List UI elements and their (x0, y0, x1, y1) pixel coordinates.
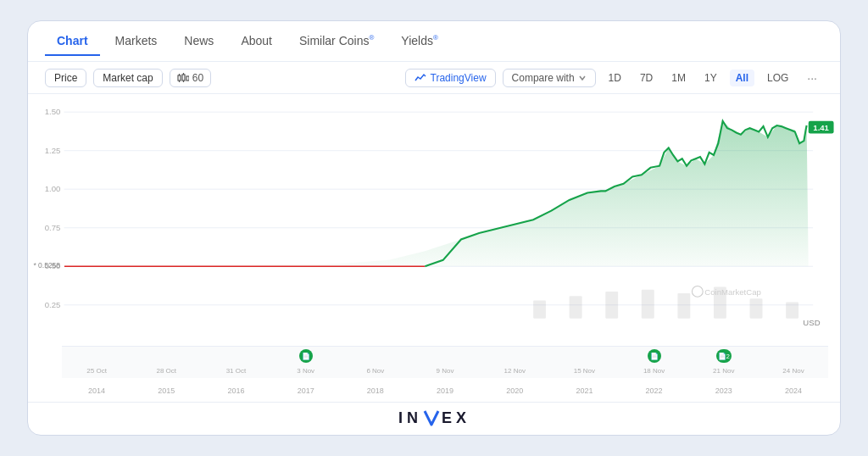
candle-count: 60 (192, 72, 203, 84)
x-label-2017: 2017 (271, 386, 341, 395)
x-label-2014: 2014 (62, 386, 131, 395)
candle-button[interactable]: 60 (170, 69, 211, 87)
svg-point-32 (692, 286, 703, 298)
market-cap-button[interactable]: Market cap (93, 69, 162, 87)
time-btn-7d[interactable]: 7D (634, 70, 659, 86)
x-label-2023: 2023 (689, 386, 759, 395)
svg-rect-3 (182, 75, 185, 81)
chart-area: 1.50 1.25 1.00 0.75 0.50 0.25 * 0.5258 (28, 94, 840, 402)
svg-text:* 0.5258: * 0.5258 (33, 261, 60, 270)
tabs-bar: Chart Markets News About Similar Coins® … (28, 21, 840, 62)
logo-text-n: N (407, 409, 421, 427)
svg-text:CoinMarketCap: CoinMarketCap (704, 287, 761, 297)
price-chart: 1.50 1.25 1.00 0.75 0.50 0.25 * 0.5258 (28, 94, 840, 354)
chart-line-icon (415, 72, 426, 84)
trading-view-button[interactable]: TradingView (405, 69, 496, 87)
svg-rect-0 (178, 75, 181, 81)
main-card: Chart Markets News About Similar Coins® … (27, 20, 841, 436)
chevron-down-icon (578, 74, 587, 82)
x-label-2021: 2021 (549, 386, 619, 395)
x-axis-years: 2014 2015 2016 2017 2018 2019 2020 2021 … (62, 380, 828, 402)
more-button[interactable]: ··· (801, 69, 823, 87)
x-label-2024: 2024 (759, 386, 828, 395)
logo-text-i: I (398, 409, 406, 427)
time-btn-1y[interactable]: 1Y (698, 70, 723, 86)
logo-text-v (422, 408, 441, 428)
svg-rect-23 (605, 292, 618, 319)
svg-rect-24 (642, 290, 654, 319)
svg-rect-28 (786, 303, 798, 319)
x-label-2019: 2019 (410, 386, 480, 395)
svg-rect-25 (677, 293, 690, 319)
x-label-2015: 2015 (131, 386, 201, 395)
x-label-2018: 2018 (341, 386, 410, 395)
tab-yields[interactable]: Yields® (389, 27, 450, 56)
svg-marker-29 (64, 121, 809, 266)
svg-text:1.50: 1.50 (45, 107, 61, 116)
svg-text:1.25: 1.25 (45, 146, 61, 155)
invex-logo: I N E X (398, 408, 470, 428)
svg-text:0.25: 0.25 (45, 300, 61, 309)
footer: I N E X (28, 402, 840, 435)
compare-dropdown[interactable]: Compare with (503, 69, 596, 87)
time-btn-1d[interactable]: 1D (603, 70, 627, 86)
svg-text:1.00: 1.00 (45, 184, 61, 193)
svg-rect-6 (186, 76, 189, 81)
time-btn-1m[interactable]: 1M (665, 70, 692, 86)
trading-view-label: TradingView (431, 72, 487, 84)
compare-label: Compare with (512, 72, 575, 84)
svg-text:1.41: 1.41 (813, 123, 829, 132)
price-button[interactable]: Price (45, 69, 86, 87)
logo-text-e: E (442, 409, 455, 427)
svg-rect-22 (570, 296, 582, 318)
tab-similar-coins[interactable]: Similar Coins® (287, 27, 386, 56)
candle-icon (177, 73, 189, 83)
tab-about[interactable]: About (229, 27, 284, 56)
logo-text-x: X (456, 409, 470, 427)
svg-text:0.75: 0.75 (45, 223, 61, 232)
x-label-2016: 2016 (201, 386, 270, 395)
chart-toolbar: Price Market cap 60 TradingView Compare … (28, 62, 840, 94)
svg-rect-27 (750, 298, 763, 318)
time-btn-log[interactable]: LOG (761, 70, 794, 86)
tab-chart[interactable]: Chart (45, 27, 100, 56)
x-label-2022: 2022 (620, 386, 689, 395)
tab-news[interactable]: News (172, 27, 225, 56)
tab-markets[interactable]: Markets (103, 27, 170, 56)
x-label-2020: 2020 (480, 386, 549, 395)
time-btn-all[interactable]: All (730, 70, 754, 86)
svg-text:USD: USD (803, 318, 820, 327)
svg-rect-21 (533, 300, 546, 318)
